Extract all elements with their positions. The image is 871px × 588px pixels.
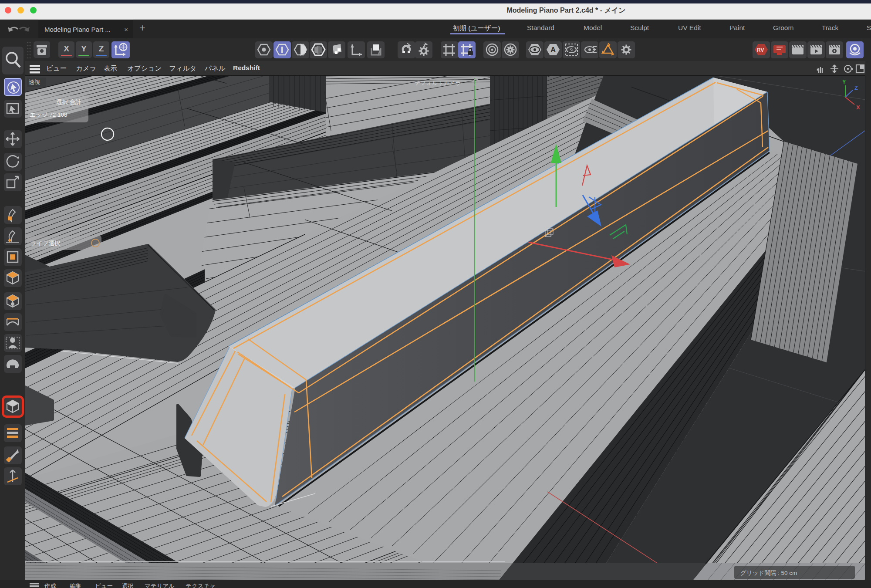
svg-text:RV: RV — [757, 47, 764, 53]
svg-text:透視: 透視 — [29, 79, 40, 85]
svg-text:A: A — [550, 46, 556, 54]
svg-text:選択 合計: 選択 合計 — [56, 99, 81, 105]
svg-text:Y: Y — [842, 78, 846, 85]
svg-text:X: X — [856, 104, 860, 111]
svg-text:デフォルトカメラ: デフォルトカメラ — [415, 80, 461, 86]
svg-text:エッジ 72 108: エッジ 72 108 — [30, 112, 68, 118]
svg-text:Z: Z — [854, 84, 858, 91]
svg-text:グリッド間隔 : 50 cm: グリッド間隔 : 50 cm — [740, 570, 797, 576]
svg-text:ライブ選択: ライブ選択 — [30, 240, 60, 247]
